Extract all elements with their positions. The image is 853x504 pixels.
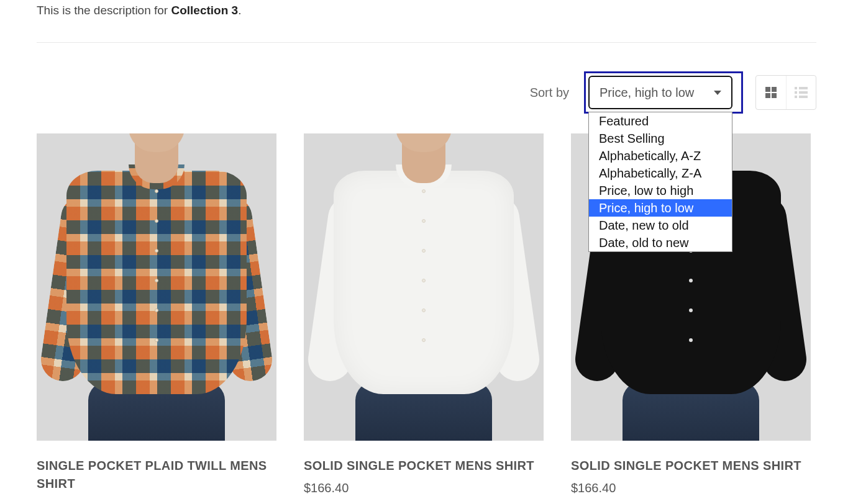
sort-option[interactable]: Best Selling bbox=[589, 130, 732, 147]
product-card[interactable]: SINGLE POCKET PLAID TWILL MENS SHIRT bbox=[37, 133, 276, 499]
desc-suffix: . bbox=[238, 4, 241, 17]
sort-option[interactable]: Price, high to low bbox=[589, 199, 732, 217]
grid-view-button[interactable] bbox=[756, 76, 786, 109]
grid-icon bbox=[765, 87, 777, 98]
sort-selected-value: Price, high to low bbox=[600, 86, 694, 100]
product-price: $166.40 bbox=[571, 481, 811, 495]
product-title: SOLID SINGLE POCKET MENS SHIRT bbox=[304, 457, 544, 475]
sort-highlight-frame: Price, high to low FeaturedBest SellingA… bbox=[584, 71, 743, 114]
collection-description: This is the description for Collection 3… bbox=[37, 4, 816, 17]
divider bbox=[37, 42, 816, 43]
product-title: SINGLE POCKET PLAID TWILL MENS SHIRT bbox=[37, 457, 276, 493]
sort-by-label: Sort by bbox=[530, 86, 569, 100]
sort-option[interactable]: Alphabetically, A-Z bbox=[589, 147, 732, 164]
sort-options-list: FeaturedBest SellingAlphabetically, A-ZA… bbox=[588, 112, 732, 252]
sort-select[interactable]: Price, high to low bbox=[588, 76, 732, 109]
chevron-down-icon bbox=[714, 91, 721, 95]
desc-bold: Collection 3 bbox=[171, 4, 238, 17]
product-title: SOLID SINGLE POCKET MENS SHIRT bbox=[571, 457, 811, 475]
desc-prefix: This is the description for bbox=[37, 4, 171, 17]
toolbar: Sort by Price, high to low FeaturedBest … bbox=[37, 71, 816, 114]
list-icon bbox=[795, 87, 808, 98]
product-price: $166.40 bbox=[304, 481, 544, 495]
sort-option[interactable]: Featured bbox=[589, 112, 732, 130]
list-view-button[interactable] bbox=[786, 76, 816, 109]
product-image[interactable] bbox=[304, 133, 544, 441]
view-toggle bbox=[755, 75, 816, 110]
sort-option[interactable]: Alphabetically, Z-A bbox=[589, 164, 732, 182]
product-card[interactable]: SOLID SINGLE POCKET MENS SHIRT$166.40 bbox=[304, 133, 544, 499]
product-image[interactable] bbox=[37, 133, 276, 441]
sort-option[interactable]: Price, low to high bbox=[589, 182, 732, 199]
sort-option[interactable]: Date, new to old bbox=[589, 217, 732, 234]
sort-option[interactable]: Date, old to new bbox=[589, 234, 732, 251]
